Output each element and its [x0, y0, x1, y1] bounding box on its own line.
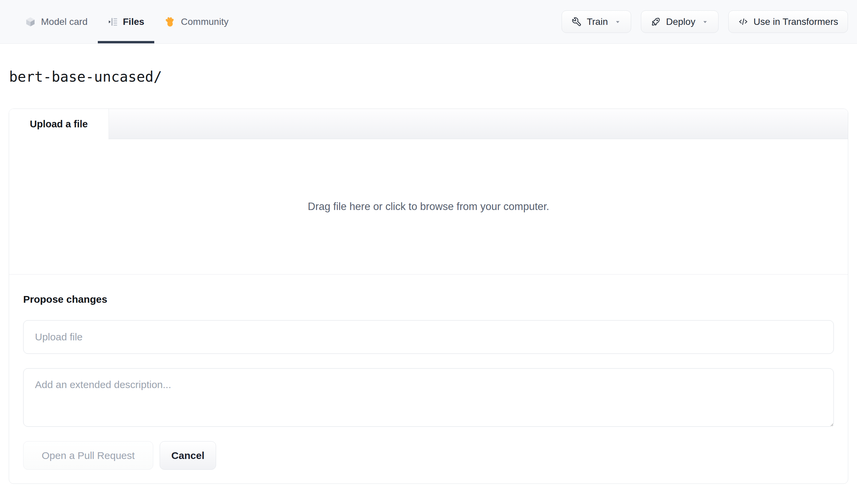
open-pull-request-button[interactable]: Open a Pull Request: [23, 441, 153, 470]
train-button[interactable]: Train: [561, 11, 631, 33]
breadcrumb: bert-base-uncased/: [9, 69, 857, 85]
file-dropzone[interactable]: Drag file here or click to browse from y…: [9, 139, 848, 274]
file-versions-icon: [108, 17, 118, 27]
dropzone-hint-text: Drag file here or click to browse from y…: [308, 201, 549, 213]
tab-label: Files: [123, 16, 145, 27]
tab-files[interactable]: Files: [98, 0, 155, 43]
chevron-down-icon: [614, 18, 621, 26]
propose-actions: Open a Pull Request Cancel: [23, 441, 834, 470]
extended-description-textarea[interactable]: [23, 368, 834, 427]
breadcrumb-repo-path[interactable]: bert-base-uncased/: [9, 69, 162, 85]
cancel-button[interactable]: Cancel: [159, 441, 216, 470]
propose-changes-heading: Propose changes: [23, 294, 834, 305]
tab-label: Model card: [41, 16, 88, 27]
chevron-down-icon: [701, 18, 709, 26]
cube-icon: [25, 16, 36, 27]
code-icon: [738, 16, 749, 27]
use-in-transformers-button[interactable]: Use in Transformers: [728, 11, 848, 33]
upload-file-input[interactable]: [23, 320, 834, 354]
rocket-icon: [651, 16, 661, 27]
tab-community[interactable]: Community: [154, 0, 239, 43]
propose-changes-section: Propose changes Open a Pull Request Canc…: [9, 274, 848, 484]
button-label: Train: [587, 16, 608, 27]
button-label: Use in Transformers: [754, 16, 838, 27]
repo-actions: Train Deploy: [561, 0, 848, 43]
wrench-icon: [571, 16, 582, 27]
tab-label: Community: [181, 16, 229, 27]
repo-tab-list: Model card Files: [15, 0, 239, 43]
upload-panel: Upload a file Drag file here or click to…: [9, 108, 848, 484]
waving-hand-icon: [164, 16, 176, 28]
tab-model-card[interactable]: Model card: [15, 0, 98, 43]
deploy-button[interactable]: Deploy: [641, 11, 719, 33]
tab-upload-a-file[interactable]: Upload a file: [9, 109, 109, 139]
button-label: Deploy: [666, 16, 695, 27]
upload-panel-tabbar: Upload a file: [9, 109, 848, 139]
repo-nav: Model card Files: [0, 0, 857, 44]
